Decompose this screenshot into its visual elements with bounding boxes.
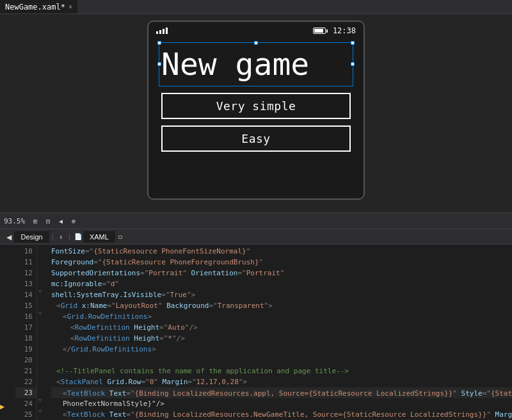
line-19: 19 — [15, 344, 36, 355]
code-line-23b: PhoneTextNormalStyle}"/> — [51, 398, 512, 409]
line-23: 23 — [15, 387, 36, 398]
line-18: 18 — [15, 333, 36, 344]
easy-button[interactable]: Easy — [161, 125, 351, 152]
tools-icon[interactable]: ⊕ — [68, 216, 79, 226]
signal-bar-3 — [163, 29, 164, 34]
fold-15[interactable]: ▽ — [38, 288, 42, 295]
code-line-18: <RowDefinition Height="*"/> — [51, 333, 512, 344]
code-lines[interactable]: FontSize="{StaticResource PhoneFontSizeN… — [46, 245, 512, 420]
battery-time: 12:38 — [313, 26, 356, 35]
xaml-file-icon: 📄 — [73, 232, 83, 242]
code-line-22: <StackPanel Grid.Row="0" Margin="12,17,0… — [51, 376, 512, 387]
line-25: 25 — [15, 409, 36, 420]
current-line-arrow: ▶ — [0, 402, 4, 411]
code-line-10: FontSize="{StaticResource PhoneFontSizeN… — [51, 246, 512, 257]
breakpoint-margin — [6, 245, 15, 420]
arrow-left-icon[interactable]: ◀ — [4, 232, 14, 242]
signal-bar-4 — [166, 28, 168, 34]
signal-bar-1 — [156, 31, 158, 34]
code-line-17: <RowDefinition Height="Auto"/> — [51, 322, 512, 333]
title-container[interactable]: New game — [161, 45, 351, 84]
line-20: 20 — [15, 355, 36, 366]
grid2-icon[interactable]: ⊟ — [43, 216, 53, 226]
fold-28[interactable]: ▽ — [38, 397, 42, 403]
code-line-21: <!--TitlePanel contains the name of the … — [51, 366, 512, 376]
handle-mr — [351, 62, 355, 66]
line-12: 12 — [15, 268, 36, 279]
line-numbers: 10 11 12 13 14 15 16 17 18 19 20 21 22 2… — [15, 245, 37, 420]
line-15: 15 — [15, 300, 36, 311]
fold-16[interactable]: ▽ — [38, 310, 42, 316]
fold-29[interactable]: ▽ — [38, 408, 42, 414]
file-tab[interactable]: NewGame.xaml* × — [0, 0, 78, 13]
fold-margin: ▽ ▽ ▽ ▽ — [37, 245, 46, 420]
code-container: ▶ 10 11 12 13 14 15 16 17 18 19 20 21 22… — [0, 245, 512, 420]
line-10: 10 — [15, 246, 36, 257]
code-line-13: mc:Ignorable="d" — [51, 279, 512, 289]
line-14: 14 — [15, 289, 36, 300]
zoom-level: 93.5% — [4, 217, 25, 225]
time-display: 12:38 — [333, 26, 356, 35]
preview-area: 12:38 New game Very simple Easy — [0, 14, 512, 213]
line-21: 21 — [15, 366, 36, 376]
phone-content: New game Very simple Easy — [148, 40, 364, 198]
phone-status-bar: 12:38 — [148, 22, 364, 40]
game-title: New game — [161, 45, 351, 84]
line-17: 17 — [15, 322, 36, 333]
left-margin: ▶ — [0, 245, 6, 420]
code-line-20 — [51, 355, 512, 366]
signal-bar-2 — [159, 30, 161, 34]
toolbar: 93.5% ⊞ ⊟ ◀ ⊕ — [0, 213, 512, 229]
code-line-15: <Grid x:Name="LayoutRoot" Background="Tr… — [51, 300, 512, 311]
code-line-12: SupportedOrientations="Portrait" Orienta… — [51, 268, 512, 279]
phone-frame: 12:38 New game Very simple Easy — [147, 20, 365, 200]
handle-tr — [351, 41, 355, 45]
view-tabs: ◀ Design | ↕ | 📄 XAML ◻ — [0, 229, 512, 245]
expand-icon[interactable]: ◻ — [115, 232, 125, 242]
line-24: 24 — [15, 398, 36, 409]
tab-bar: NewGame.xaml* × — [0, 0, 512, 14]
code-line-16: <Grid.RowDefinitions> — [51, 311, 512, 322]
line-22: 22 — [15, 376, 36, 387]
line-11: 11 — [15, 257, 36, 268]
line-16: 16 — [15, 311, 36, 322]
code-line-24: <TextBlock Text="{Binding LocalizedResou… — [51, 409, 512, 420]
tab-close-button[interactable]: × — [68, 3, 72, 10]
very-simple-button[interactable]: Very simple — [161, 93, 351, 119]
collapse-icon[interactable]: ◀ — [56, 216, 66, 226]
code-line-11: Foreground="{StaticResource PhoneForegro… — [51, 257, 512, 268]
tab-xaml[interactable]: XAML — [83, 231, 115, 243]
grid-icon[interactable]: ⊞ — [30, 216, 40, 226]
tab-design[interactable]: Design — [14, 231, 49, 243]
code-editor: ▶ 10 11 12 13 14 15 16 17 18 19 20 21 22… — [0, 245, 512, 420]
signal-icon — [156, 28, 168, 34]
battery-icon — [313, 28, 328, 34]
line-13: 13 — [15, 279, 36, 289]
code-line-23: <TextBlock Text="{Binding LocalizedResou… — [51, 387, 512, 398]
tab-filename: NewGame.xaml* — [5, 3, 65, 12]
code-line-14: shell:SystemTray.IsVisible="True"> — [51, 289, 512, 300]
code-line-19: </Grid.RowDefinitions> — [51, 344, 512, 355]
arrows-icon[interactable]: ↕ — [56, 232, 66, 242]
